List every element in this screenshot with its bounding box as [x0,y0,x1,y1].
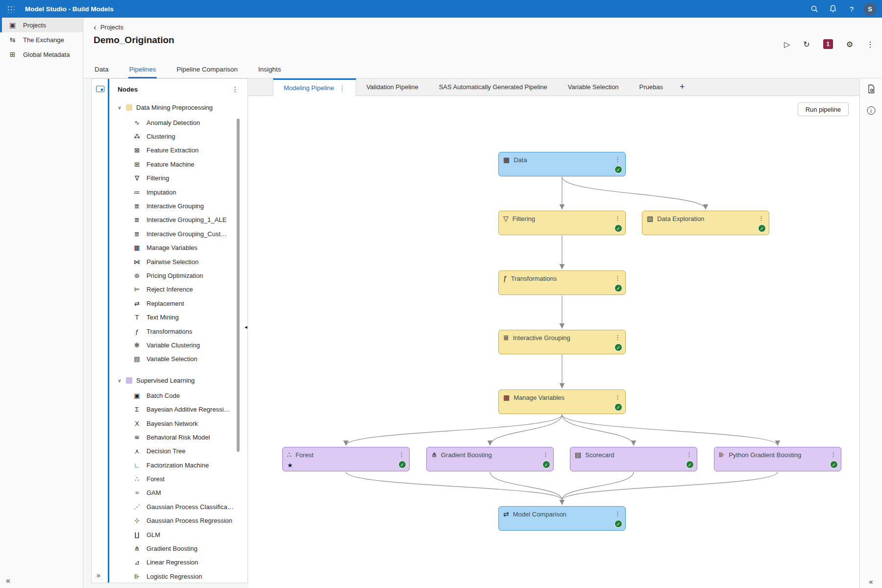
node-group-header-data-mining-preprocessing[interactable]: ∨Data Mining Preprocessing [111,104,247,111]
filtering-icon: ∇ [133,174,141,182]
library-node-variable-selection[interactable]: ▤Variable Selection [111,352,247,366]
library-node-reject-inference[interactable]: ⊨Reject Inference [111,283,247,296]
library-node-interactive-grouping-1-ale[interactable]: ≣Interactive Grouping_1_ALE [111,213,247,227]
tab-pipelines[interactable]: Pipelines [128,66,157,78]
library-node-manage-variables[interactable]: ▦Manage Variables [111,241,247,255]
node-menu-icon[interactable]: ⋮ [542,451,549,458]
panel-resize-handle-icon[interactable]: ◂ [245,324,247,330]
node-menu-icon[interactable]: ⋮ [398,451,405,458]
node-menu-icon[interactable]: ⋮ [614,274,621,282]
tab-menu-icon[interactable]: ⋮ [339,84,345,92]
avatar[interactable]: S [863,2,877,16]
node-menu-icon[interactable]: ⋮ [614,334,621,341]
library-node-gaussian-process-classifica[interactable]: ⋰Gaussian Process Classifica… [111,500,247,514]
data-exploration-node[interactable]: ▧Data Exploration⋮✓ [642,211,769,235]
node-menu-icon[interactable]: ⋮ [758,215,764,222]
node-menu-icon[interactable]: ⋮ [614,393,621,401]
nodes-panel-collapse-button[interactable]: » [95,570,102,581]
library-node-pricing-optimization[interactable]: ⊚Pricing Optimization [111,269,247,282]
help-icon[interactable]: ? [845,2,858,16]
library-node-text-mining[interactable]: TText Mining [111,310,247,324]
gradient-boosting-node-header: ⋔Gradient Boosting [427,447,553,459]
library-node-gam[interactable]: ≈GAM [111,486,247,500]
node-menu-icon[interactable]: ⋮ [614,215,621,222]
sidebar-item-the-exchange[interactable]: ⇆The Exchange [0,32,83,47]
library-node-feature-extraction[interactable]: ⊠Feature Extraction [111,144,247,157]
library-node-decision-tree[interactable]: ⋏Decision Tree [111,444,247,458]
library-node-anomaly-detection[interactable]: ∿Anomaly Detection [111,116,247,129]
transformations-node-header: ƒTransformations [499,271,625,282]
breadcrumb[interactable]: ‹ Projects [94,24,123,31]
nodes-panel-toggle-icon[interactable] [96,86,104,92]
run-project-icon[interactable]: ▷ [784,40,790,49]
library-node-bayesian-network[interactable]: ΧBayesian Network [111,416,247,430]
library-node-glm[interactable]: ∐GLM [111,528,247,541]
node-menu-icon[interactable]: ⋮ [614,156,621,163]
transformations-node[interactable]: ƒTransformations⋮✓ [498,270,626,295]
library-node-imputation[interactable]: ≔Imputation [111,185,247,199]
library-node-pairwise-selection[interactable]: ⋈Pairwise Selection [111,255,247,269]
sidebar-item-projects[interactable]: ▣Projects [0,18,83,32]
sidebar-collapse-button[interactable]: « [4,574,12,587]
python-gradient-boosting-node[interactable]: ⊪Python Gradient Boosting⋮✓ [714,447,841,471]
library-node-bayesian-additive-regressi[interactable]: ΣBayesian Additive Regressi… [111,402,247,416]
interactive-grouping-node[interactable]: ≣Interactive Grouping⋮✓ [498,330,626,354]
node-menu-icon[interactable]: ⋮ [830,451,836,458]
node-menu-icon[interactable]: ⋮ [686,451,692,458]
search-icon[interactable] [808,2,821,16]
add-pipeline-button[interactable]: + [673,78,691,96]
forest-node[interactable]: ∴Forest⋮★✓ [282,447,410,471]
library-node-batch-code[interactable]: ▣Batch Code [111,389,247,402]
library-node-variable-clustering[interactable]: ✻Variable Clustering [111,338,247,352]
tab-insights[interactable]: Insights [257,66,282,78]
library-node-gaussian-process-regression[interactable]: ⊹Gaussian Process Regression [111,514,247,528]
model-comparison-node-header: ⇄Model Comparison [499,507,625,518]
sidebar-item-global-metadata[interactable]: ⊞Global Metadata [0,47,83,62]
transformations-icon: ƒ [503,274,507,282]
forest-node-header: ∴Forest [283,447,409,459]
library-node-interactive-grouping[interactable]: ≣Interactive Grouping [111,199,247,213]
library-node-replacement[interactable]: ⇄Replacement [111,296,247,310]
settings-gear-icon[interactable]: ⚙ [846,40,853,49]
library-node-clustering[interactable]: ⁂Clustering [111,129,247,143]
pipeline-tab-validation-pipeline[interactable]: Validation Pipeline [356,78,429,96]
nodes-panel-scrollbar[interactable] [237,119,240,452]
manage-variables-node[interactable]: ▦Manage Variables⋮✓ [498,390,626,414]
gradient-boosting-node[interactable]: ⋔Gradient Boosting⋮✓ [426,447,554,471]
filtering-node[interactable]: ▽Filtering⋮✓ [498,211,626,235]
node-group-header-supervised-learning[interactable]: ∨Supervised Learning [111,377,247,384]
right-rail-collapse-button[interactable]: « [867,576,874,587]
library-node-logistic-regression[interactable]: ⊪Logistic Regression [111,569,247,583]
library-node-feature-machine[interactable]: ⊞Feature Machine [111,157,247,171]
library-node-linear-regression[interactable]: ⊿Linear Regression [111,556,247,569]
library-node-filtering[interactable]: ∇Filtering [111,172,247,185]
notifications-bell-icon[interactable] [826,2,840,16]
pipeline-tab-sas-automatically-generated-pipeline[interactable]: SAS Automatically Generated Pipeline [429,78,558,96]
more-menu-icon[interactable]: ⋮ [866,40,874,49]
tab-data[interactable]: Data [94,66,110,78]
library-node-forest[interactable]: ∴Forest [111,472,247,486]
library-node-interactive-grouping-cust[interactable]: ≣Interactive Grouping_Cust… [111,227,247,241]
library-node-gradient-boosting[interactable]: ⋔Gradient Boosting [111,541,247,555]
app-switcher-icon[interactable] [6,5,14,13]
project-header: ‹ Projects Demo_Origination DataPipeline… [84,18,882,78]
reject-inference-icon: ⊨ [133,286,141,293]
tab-pipeline-comparison[interactable]: Pipeline Comparison [175,66,239,78]
pipeline-report-icon[interactable] [867,84,875,96]
node-menu-icon[interactable]: ⋮ [614,510,621,517]
library-node-factorization-machine[interactable]: ∟Factorization Machine [111,458,247,472]
pipeline-tab-variable-selection[interactable]: Variable Selection [558,78,629,96]
library-node-behavioral-risk-model[interactable]: ≋Behavioral Risk Model [111,430,247,444]
library-node-transformations[interactable]: ƒTransformations [111,324,247,338]
pipeline-tab-modeling-pipeline[interactable]: Modeling Pipeline⋮ [273,78,356,96]
scorecard-node[interactable]: ▤Scorecard⋮✓ [570,447,697,471]
run-pipeline-button[interactable]: Run pipeline [798,102,849,116]
pipeline-tab-pruebas[interactable]: Pruebas [629,78,673,96]
info-icon[interactable]: i [867,106,875,115]
model-comparison-node[interactable]: ⇄Model Comparison⋮✓ [498,506,626,531]
nodes-panel-menu-icon[interactable]: ⋮ [230,85,241,93]
refresh-icon[interactable]: ↻ [803,40,809,49]
notification-count-badge[interactable]: 1 [823,39,833,49]
node-label: Python Gradient Boosting [729,451,801,459]
data-node[interactable]: ▦Data⋮✓ [498,152,626,176]
